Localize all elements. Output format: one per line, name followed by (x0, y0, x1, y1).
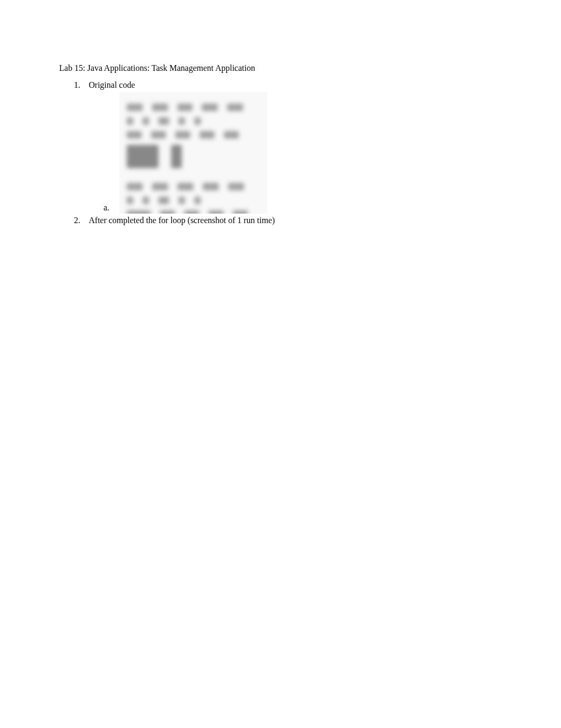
list-item-1: 1. Original code a. (74, 80, 508, 214)
sub-list-item-number: a. (104, 203, 118, 214)
document-title: Lab 15: Java Applications: Task Manageme… (59, 63, 508, 73)
list-item-text: Original code (89, 80, 135, 89)
sub-list-item-a: a. (104, 92, 508, 214)
blurred-screenshot-placeholder (119, 92, 267, 214)
list-item-number: 1. (74, 80, 89, 90)
list-item-text: After completed the for loop (screenshot… (89, 216, 275, 225)
list-item-number: 2. (74, 216, 89, 225)
list-item-2: 2. After completed the for loop (screens… (74, 216, 508, 225)
outline-list: 1. Original code a. (59, 80, 508, 225)
sub-list: a. (89, 92, 508, 214)
